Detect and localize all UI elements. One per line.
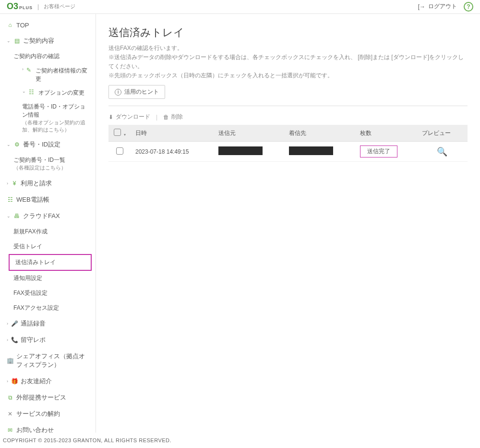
nav-fax-inbox[interactable]: 受信トレイ — [0, 239, 96, 254]
nav-fax-sent[interactable]: 送信済みトレイ — [9, 254, 92, 271]
main-content: 送信済みトレイ 送信FAXの確認を行います。 ※送信済みデータの削除やダウンロー… — [96, 14, 480, 433]
gear-icon: ⚙ — [13, 141, 20, 148]
nav-rusu[interactable]: ›📞留守レポ — [0, 332, 96, 348]
phonebook-icon: ☷ — [7, 196, 13, 203]
th-count[interactable]: 枚数 — [355, 125, 417, 142]
status-badge: 送信完了 — [360, 145, 397, 157]
nav-contact[interactable]: ✉お問い合わせ — [0, 422, 96, 433]
nav-cancel[interactable]: ✕サービスの解約 — [0, 406, 96, 422]
document-icon: ▤ — [13, 37, 20, 44]
download-icon: ⬇ — [108, 114, 113, 121]
nav-external[interactable]: ⧉外部提携サービス — [0, 389, 96, 406]
delete-button[interactable]: 🗑削除 — [163, 113, 183, 121]
sidebar: ⌂TOP ⌄▤ご契約内容 ご契約内容の確認 ›✎ご契約者様情報の変更 ⌄☷オプシ… — [0, 14, 96, 433]
nav-rec[interactable]: ›🎤通話録音 — [0, 315, 96, 332]
header-subtitle: お客様ページ — [44, 3, 75, 10]
sort-caret-icon[interactable]: ▾ — [124, 133, 126, 137]
nav-web-phonebook[interactable]: ☷WEB電話帳 — [0, 192, 96, 208]
nav-fax-recv-set[interactable]: FAX受信設定 — [0, 286, 96, 301]
th-date[interactable]: 日時 — [131, 125, 214, 142]
cell-date: 2023-07-18 14:49:15 — [131, 142, 214, 162]
cell-to-redacted — [289, 146, 333, 155]
logo: O3PLUS — [7, 1, 33, 12]
link-icon: ⧉ — [7, 394, 13, 401]
desc-1: 送信FAXの確認を行います。 — [108, 44, 468, 53]
fax-icon: 🖷 — [13, 213, 20, 219]
nav-contract[interactable]: ⌄▤ご契約内容 — [0, 33, 96, 49]
nav-billing[interactable]: ›¥利用と請求 — [0, 175, 96, 192]
desc-2: ※送信済みデータの削除やダウンロードをする場合は、各チェックボックスにチェックを… — [108, 53, 468, 71]
preview-icon[interactable]: 🔍 — [437, 147, 447, 157]
option-icon: ☷ — [29, 89, 36, 96]
user-icon: ✎ — [26, 67, 33, 73]
nav-option-info[interactable]: 電話番号・ID・オプション情報 （各種オプション契約の追加、解約はこちら） — [0, 100, 96, 137]
close-icon: ✕ — [7, 411, 13, 417]
hint-button[interactable]: i 活用のヒント — [108, 85, 165, 99]
home-icon: ⌂ — [7, 22, 13, 28]
mail-icon: ✉ — [7, 427, 13, 433]
office-icon: 🏢 — [7, 357, 13, 364]
header: O3PLUS | お客様ページ [→ ログアウト ? — [0, 0, 480, 14]
yen-icon: ¥ — [11, 180, 18, 187]
row-checkbox[interactable] — [116, 147, 123, 155]
info-icon: i — [115, 89, 121, 96]
mic-icon: 🎤 — [11, 320, 18, 327]
gift-icon: 🎁 — [11, 378, 18, 385]
nav-share-office[interactable]: 🏢シェアオフィス（拠点オフィスプラン） — [0, 348, 96, 373]
nav-friend[interactable]: ›🎁お友達紹介 — [0, 373, 96, 389]
table-row: 2023-07-18 14:49:15 送信完了 🔍 — [108, 142, 468, 162]
cell-from-redacted — [218, 146, 263, 155]
logout-button[interactable]: [→ ログアウト — [418, 2, 457, 11]
download-button[interactable]: ⬇ダウンロード — [108, 113, 150, 121]
nav-option-change[interactable]: ⌄☷オプションの変更 — [0, 86, 96, 100]
nav-contract-confirm[interactable]: ご契約内容の確認 — [0, 49, 96, 64]
report-icon: 📞 — [11, 337, 18, 343]
nav-top[interactable]: ⌂TOP — [0, 18, 96, 33]
sent-table: ▾ 日時 送信元 着信先 枚数 プレビュー 2023-07-18 14:49:1… — [108, 125, 468, 162]
th-from[interactable]: 送信元 — [214, 125, 284, 142]
nav-fax-notify[interactable]: 通知用設定 — [0, 271, 96, 286]
help-icon[interactable]: ? — [464, 2, 473, 12]
footer-copyright: COPYRIGHT © 2015-2023 GRANTON, ALL RIGHT… — [0, 433, 480, 448]
th-preview: プレビュー — [417, 125, 468, 142]
nav-number-list[interactable]: ご契約番号・ID一覧 （各種設定はこちら） — [0, 153, 96, 175]
logout-icon: [→ — [418, 3, 425, 10]
trash-icon: 🗑 — [163, 114, 169, 121]
page-title: 送信済みトレイ — [108, 25, 468, 40]
desc-3: ※先頭のチェックボックス（日時の左隣）にチェックを入れると一括選択が可能です。 — [108, 71, 468, 80]
nav-contract-change[interactable]: ›✎ご契約者様情報の変更 — [0, 64, 96, 86]
nav-cloud-fax[interactable]: ⌄🖷クラウドFAX — [0, 208, 96, 224]
th-to[interactable]: 着信先 — [284, 125, 355, 142]
nav-number-id[interactable]: ⌄⚙番号・ID設定 — [0, 136, 96, 153]
nav-fax-new[interactable]: 新規FAX作成 — [0, 224, 96, 239]
nav-fax-access[interactable]: FAXアクセス設定 — [0, 301, 96, 315]
select-all-checkbox[interactable] — [114, 129, 121, 136]
